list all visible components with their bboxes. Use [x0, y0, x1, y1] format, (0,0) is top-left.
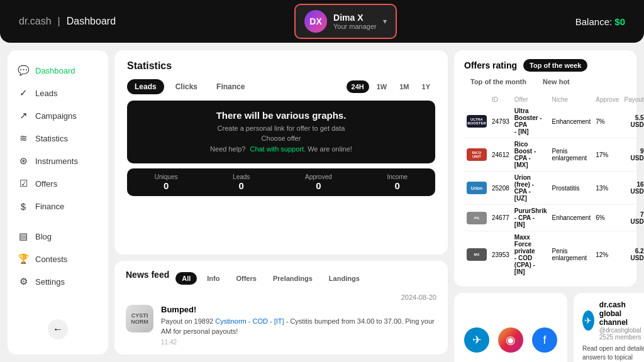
- time-tabs: 24H 1W 1M 1Y: [347, 80, 435, 93]
- time-1m[interactable]: 1M: [394, 80, 414, 93]
- stats-summary: Uniques 0 Leads 0 Approved 0 Income 0: [127, 168, 435, 196]
- offer-niche: Enhancement: [550, 105, 594, 138]
- graph-subtext1: Create a personal link for offer to get …: [218, 123, 345, 134]
- right-panel: Offers rating Top of the week Top of the…: [454, 50, 636, 354]
- offer-payout: 7USD: [621, 205, 644, 231]
- news-feed-card: News feed All Info Offers Prelandings La…: [114, 261, 448, 354]
- telegram-icon: ✈: [472, 333, 482, 347]
- sidebar-item-finance[interactable]: $ Finance: [8, 195, 108, 217]
- social-card: ✈ ◉ f: [454, 293, 567, 362]
- offer-approve: 13%: [593, 172, 621, 205]
- sidebar-item-settings[interactable]: ⚙ Settings: [8, 270, 108, 293]
- graph-subtext3: Need help? Chat with support. We are onl…: [210, 144, 352, 155]
- bottom-row: ✈ ◉ f ✈ dr.cash global channel @drcashgl…: [454, 293, 636, 362]
- offer-payout: 16USD: [621, 172, 644, 205]
- sidebar-nav: 💬 Dashboard ✓ Leads ↗ Campaigns ≋ Statis…: [8, 59, 108, 313]
- time-1y[interactable]: 1Y: [417, 80, 435, 93]
- dashboard-icon: 💬: [18, 65, 29, 76]
- news-tab-info[interactable]: Info: [201, 272, 226, 285]
- facebook-button[interactable]: f: [532, 327, 557, 353]
- instagram-button[interactable]: ◉: [498, 327, 523, 353]
- logo: dr.cash | Dashboard: [19, 16, 116, 27]
- manager-role: Your manager: [333, 23, 377, 30]
- table-row: RICOUNIT 24612 Rico Boost - CPA -[MX] Pe…: [464, 138, 644, 172]
- manager-name: Dima X: [333, 13, 377, 23]
- news-item-time: 11:42: [161, 339, 436, 346]
- channel-header: ✈ dr.cash global channel @drcashglobal 2…: [582, 300, 644, 341]
- blog-icon: ▤: [18, 231, 29, 242]
- header: dr.cash | Dashboard DX Dima X Your manag…: [0, 0, 644, 43]
- chat-support-link[interactable]: Chat with support.: [250, 145, 306, 153]
- news-tab-landings[interactable]: Landings: [323, 272, 366, 285]
- time-24h[interactable]: 24H: [347, 80, 369, 93]
- tab-leads[interactable]: Leads: [127, 79, 164, 94]
- sidebar-label-instruments: Instruments: [35, 156, 78, 166]
- graph-heading: There will be various graphs.: [216, 110, 347, 121]
- sidebar-item-instruments[interactable]: ⊛ Instruments: [8, 150, 108, 172]
- col-approve: Approve: [593, 94, 621, 105]
- offer-badge: Urion: [467, 182, 487, 194]
- telegram-button[interactable]: ✈: [464, 327, 489, 353]
- offers-title: Offers rating: [464, 60, 517, 70]
- sidebar-item-campaigns[interactable]: ↗ Campaigns: [8, 104, 108, 127]
- sidebar-item-blog[interactable]: ▤ Blog: [8, 225, 108, 248]
- sidebar-label-blog: Blog: [35, 232, 52, 241]
- table-row: Urion 25208 Urion (free) - CPA -[UZ] Pro…: [464, 172, 644, 205]
- col-payout: Payout: [621, 94, 644, 105]
- offers-tab-new[interactable]: New hot: [536, 75, 576, 88]
- offers-tab-month[interactable]: Top of the month: [464, 75, 533, 88]
- sidebar-item-contests[interactable]: 🏆 Contests: [8, 248, 108, 270]
- sidebar-item-statistics[interactable]: ≋ Statistics: [8, 127, 108, 150]
- news-tab-all[interactable]: All: [175, 272, 197, 285]
- offer-niche: Penisenlargement: [550, 138, 594, 172]
- offer-payout: 5.5USD: [621, 105, 644, 138]
- offer-id: 25208: [489, 172, 512, 205]
- page-label: Dashboard: [67, 16, 116, 27]
- tab-finance[interactable]: Finance: [209, 79, 252, 94]
- offer-payout: 6.2USD: [621, 231, 644, 278]
- sidebar-item-dashboard[interactable]: 💬 Dashboard: [8, 59, 108, 82]
- main-layout: 💬 Dashboard ✓ Leads ↗ Campaigns ≋ Statis…: [0, 43, 644, 362]
- news-tab-prelandings[interactable]: Prelandings: [267, 272, 319, 285]
- news-item-logo: CYSTINORM: [126, 305, 153, 332]
- sidebar-label-dashboard: Dashboard: [35, 66, 75, 75]
- time-1w[interactable]: 1W: [372, 80, 392, 93]
- channel-avatar: ✈: [582, 310, 594, 331]
- instruments-icon: ⊛: [18, 155, 29, 167]
- logo-text: dr.cash: [19, 16, 52, 27]
- campaigns-icon: ↗: [18, 110, 29, 121]
- sidebar-item-offers[interactable]: ☑ Offers: [8, 172, 108, 195]
- offers-header: Offers rating Top of the week Top of the…: [464, 59, 626, 88]
- tab-clicks[interactable]: Clicks: [168, 79, 205, 94]
- settings-icon: ⚙: [18, 276, 29, 287]
- back-button[interactable]: ←: [48, 319, 68, 339]
- offer-badge: MX: [467, 248, 487, 261]
- offer-niche: Penisenlargement: [550, 231, 594, 278]
- news-header: News feed All Info Offers Prelandings La…: [126, 270, 436, 287]
- col-offer: Offer: [512, 94, 550, 105]
- offer-approve: 12%: [593, 231, 621, 278]
- news-title: News feed: [126, 270, 169, 280]
- sidebar-item-leads[interactable]: ✓ Leads: [8, 82, 108, 104]
- logo-separator: |: [58, 16, 60, 27]
- offer-approve: 7%: [593, 105, 621, 138]
- offer-niche: Enhancement: [550, 205, 594, 231]
- news-date: 2024-08-20: [126, 293, 436, 301]
- sidebar-label-finance: Finance: [35, 202, 64, 211]
- offers-tab-week[interactable]: Top of the week: [523, 59, 587, 72]
- news-item-link[interactable]: Cystinorm - COD - [IT]: [215, 317, 284, 325]
- manager-selector[interactable]: DX Dima X Your manager ▾: [294, 4, 397, 39]
- offer-id: 24612: [489, 138, 512, 172]
- sidebar-label-statistics: Statistics: [35, 134, 68, 143]
- sidebar-bottom: ←: [8, 313, 108, 346]
- table-row: MX 23953 Maxx Force private- COD (CPA) -…: [464, 231, 644, 278]
- offer-id: 24793: [489, 105, 512, 138]
- manager-avatar: DX: [304, 10, 327, 33]
- offer-approve: 6%: [593, 205, 621, 231]
- channel-card: ✈ dr.cash global channel @drcashglobal 2…: [574, 293, 644, 362]
- col-niche: Niche: [550, 94, 594, 105]
- channel-info: dr.cash global channel @drcashglobal 252…: [599, 300, 644, 341]
- news-tab-offers[interactable]: Offers: [230, 272, 262, 285]
- manager-info: Dima X Your manager: [333, 13, 377, 30]
- offers-icon: ☑: [18, 178, 29, 189]
